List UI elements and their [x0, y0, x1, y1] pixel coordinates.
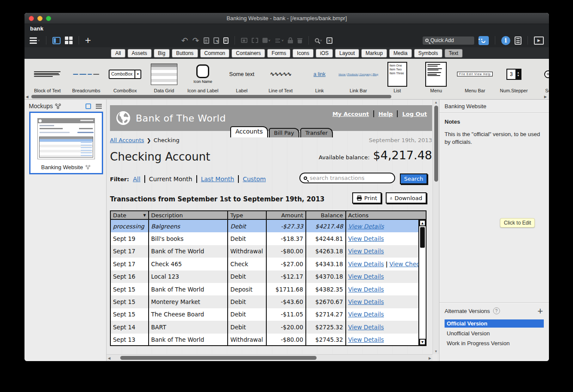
inspector-toggle-button[interactable]: i — [501, 35, 510, 46]
filter-option-last-month[interactable]: Last Month — [201, 176, 235, 182]
version-item-unofficial-version[interactable]: Unofficial Version — [445, 329, 544, 337]
category-tab-layout[interactable]: Layout — [335, 49, 359, 58]
column-header-amount[interactable]: Amount — [267, 211, 306, 219]
add-mockup-button[interactable]: + — [85, 35, 91, 46]
library-item-menu[interactable]: Menu — [417, 61, 456, 93]
nav-link-help[interactable]: Help — [378, 111, 393, 117]
view-details-link[interactable]: View Details — [348, 311, 384, 318]
view-details-link[interactable]: View Details — [348, 298, 384, 305]
category-tab-markup[interactable]: Markup — [361, 49, 387, 58]
column-header-actions[interactable]: Actions — [346, 211, 426, 219]
library-item-icon-and-label[interactable]: Icon NameIcon and Label — [183, 61, 222, 93]
library-item-combobox[interactable]: ComboBox▼ComboBox — [106, 61, 145, 93]
canvas-vscroll-thumb[interactable] — [434, 106, 438, 182]
library-item-breadcrumbs[interactable]: Breadcrumbs — [67, 61, 106, 93]
view-details-link[interactable]: View Details — [348, 286, 384, 293]
canvas-vertical-scrollbar[interactable]: ▲ ▼ — [433, 100, 439, 354]
main-menu-button[interactable]: ˅ — [30, 35, 40, 46]
redo-icon[interactable]: ↷ — [192, 35, 199, 46]
library-scroll-right-icon[interactable]: ▶ — [544, 95, 547, 99]
library-item-data-grid[interactable]: Data Grid — [145, 61, 184, 93]
category-tab-media[interactable]: Media — [389, 49, 412, 58]
table-scroll-down-icon[interactable]: ▼ — [419, 339, 426, 345]
version-item-official-version[interactable]: Official Version — [445, 319, 544, 328]
present-button[interactable]: ▶ — [534, 35, 544, 46]
filter-option-custom[interactable]: Custom — [243, 176, 266, 182]
view-details-link[interactable]: View Details — [348, 273, 384, 280]
library-item-line-of-text[interactable]: ∿∿∿∿∿Line of Text — [261, 61, 300, 93]
quick-add-search[interactable] — [423, 36, 474, 45]
mockup-thumbnail[interactable]: Banking Website — [29, 112, 103, 174]
zoom-tool-icon[interactable]: ˅ — [315, 35, 322, 46]
library-item-num-stepper[interactable]: 3▲▼Num.Stepper — [494, 61, 533, 93]
library-scroll-left-icon[interactable]: ◀ — [26, 95, 28, 99]
library-item-label[interactable]: Some textLabel — [222, 61, 262, 93]
column-header-description[interactable]: Description — [149, 211, 228, 219]
library-item-list[interactable]: Item OneItem TwoItem ThreeList — [378, 61, 417, 93]
print-button[interactable]: Print — [352, 192, 381, 204]
filter-option-current-month[interactable]: Current Month — [149, 176, 192, 182]
nav-link-log-out[interactable]: Log Out — [402, 111, 427, 117]
mockup-site-header[interactable]: Bank of The World My AccountHelpLog Out … — [110, 105, 432, 131]
view-check-link[interactable]: View Check — [390, 261, 423, 267]
scroll-down-icon[interactable]: ▼ — [434, 349, 438, 353]
view-details-link[interactable]: View Details — [348, 261, 384, 267]
category-tab-forms[interactable]: Forms — [267, 49, 290, 58]
view-details-link[interactable]: View Details — [348, 223, 384, 230]
version-item-work-in-progress-version[interactable]: Work in Progress Version — [445, 339, 544, 347]
add-version-button[interactable]: + — [537, 306, 543, 317]
column-header-date[interactable]: Date▼ — [111, 211, 149, 219]
mockup-tab-accounts[interactable]: Accounts — [230, 126, 268, 137]
transaction-row[interactable]: processingBalgreensDebit-$27.33$4217.48V… — [111, 220, 426, 232]
column-header-balance[interactable]: Balance — [306, 211, 346, 219]
category-tab-containers[interactable]: Containers — [232, 49, 265, 58]
category-tab-ios[interactable]: iOS — [316, 49, 333, 58]
transaction-row[interactable]: Sept 15Bank of The WorldDeposit$1711.68$… — [111, 283, 426, 295]
scroll-left-icon[interactable]: ◀ — [108, 356, 110, 360]
list-view-icon[interactable] — [96, 103, 102, 109]
filter-option-all[interactable]: All — [133, 176, 140, 182]
category-tab-common[interactable]: Common — [200, 49, 230, 58]
quick-add-input[interactable] — [430, 37, 469, 43]
mockup-tab-transfer[interactable]: Transfer — [300, 128, 333, 137]
table-scroll-up-icon[interactable]: ▲ — [419, 220, 426, 226]
help-icon[interactable]: ? — [493, 307, 500, 314]
view-details-link[interactable]: View Details — [348, 235, 384, 242]
nav-link-my-account[interactable]: My Account — [332, 111, 369, 117]
view-details-link[interactable]: View Details — [348, 248, 384, 255]
transaction-row[interactable]: Sept 19Bill's booksDebit-$18.37$4244.81V… — [111, 232, 426, 245]
transaction-row[interactable]: Sept 14BARTDebit-$20.00$2725.32View Deta… — [111, 321, 426, 333]
transaction-row[interactable]: Sept 16Local 123Debit-$12.17$4370.18View… — [111, 270, 426, 283]
category-tab-all[interactable]: All — [111, 49, 125, 58]
scroll-right-icon[interactable]: ▶ — [429, 356, 431, 360]
category-tab-icons[interactable]: Icons — [293, 49, 314, 58]
transaction-row[interactable]: Sept 15The Cheese BoardDebit-$11.05$2714… — [111, 308, 426, 321]
category-tab-big[interactable]: Big — [154, 49, 170, 58]
toggle-markup-icon[interactable]: ✕ — [326, 35, 332, 46]
canvas-horizontal-scrollbar[interactable]: ◀ ▶ — [107, 354, 433, 361]
library-item-menu-bar[interactable]: File Edit View HelpMenu Bar — [456, 61, 495, 93]
library-item-search[interactable]: searchSearch — [533, 61, 549, 93]
document-tab[interactable]: bank — [30, 25, 43, 32]
transaction-row[interactable]: Sept 17Check 465Check-$27.00$4343.18View… — [111, 258, 426, 270]
transaction-row[interactable]: Sept 13Bank of The WorldWithdrawal-$80.0… — [111, 334, 426, 346]
breadcrumb-link[interactable]: All Accounts — [110, 137, 144, 143]
library-item-link-bar[interactable]: Home | Products | Company | BlogLink Bar — [339, 61, 378, 93]
single-panel-view-button[interactable] — [52, 35, 61, 46]
transaction-row[interactable]: Sept 17Bank of The WorldWithdrawal-$80.0… — [111, 245, 426, 258]
view-details-link[interactable]: View Details — [348, 324, 384, 331]
grid-view-button[interactable] — [65, 35, 73, 46]
paste-icon[interactable] — [223, 35, 229, 46]
duplicate-icon[interactable]: ◥ — [213, 35, 219, 46]
table-scrollbar-thumb[interactable] — [420, 227, 425, 248]
library-scrollbar[interactable] — [31, 95, 391, 98]
search-button[interactable]: Search — [400, 173, 427, 184]
canvas-hscroll-thumb[interactable] — [120, 356, 317, 360]
undo-icon[interactable]: ↶ — [181, 35, 188, 46]
notes-text[interactable]: This is the "official" version, to be us… — [445, 131, 543, 146]
mockup-tab-bill-pay[interactable]: Bill Pay — [269, 128, 299, 137]
transaction-search-field[interactable]: search transactions — [299, 173, 395, 183]
thumbnail-view-icon[interactable] — [85, 103, 91, 109]
column-header-type[interactable]: Type — [228, 211, 267, 219]
download-button[interactable]: Download — [386, 192, 427, 204]
